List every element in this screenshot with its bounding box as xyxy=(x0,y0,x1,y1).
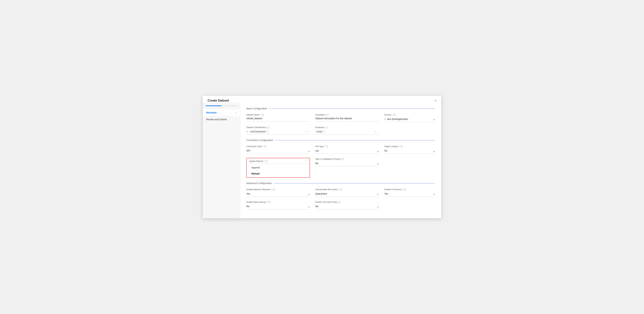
advanced-config-header: Advanced Configuration xyxy=(246,182,435,185)
progress-bar-fill xyxy=(206,105,222,106)
description-field: Description i Dataset description for th… xyxy=(315,114,379,122)
skip-lz-value: No xyxy=(315,162,318,165)
dataset-name-info-icon[interactable]: i xyxy=(262,114,264,116)
target-location-value: S3 xyxy=(384,149,387,152)
lifecycle-info-icon[interactable]: i xyxy=(338,201,340,203)
skip-lz-select[interactable]: No ⌄ xyxy=(315,161,379,166)
target-location-info-icon[interactable]: i xyxy=(400,145,403,148)
skip-lz-info-icon[interactable]: i xyxy=(342,158,344,160)
update-method-required: * xyxy=(264,160,264,162)
update-method-label: Update Method * i xyxy=(249,160,268,162)
connection-type-info-icon[interactable]: i xyxy=(264,145,266,148)
keywords-select[interactable]: reload × × ⌄ xyxy=(315,130,379,135)
target-location-field: Target Location * i S3 ⌄ xyxy=(384,145,435,154)
classification-chevron-icon[interactable]: ⌄ xyxy=(308,130,310,133)
connection-type-label: Connection Type * i xyxy=(246,145,310,148)
data-cleanup-chevron: ⌄ xyxy=(308,205,310,208)
domain-value: test (testingdomain) xyxy=(387,118,408,120)
basic-config-title: Basic Configuration xyxy=(246,107,267,110)
file-type-required: * xyxy=(324,145,325,148)
classification-reload-icon: ↻ xyxy=(246,130,248,133)
malware-required: * xyxy=(271,188,272,191)
update-method-options: Append Reload xyxy=(249,164,307,177)
classification-icons: × ⌄ xyxy=(305,130,310,133)
connection-type-value: API xyxy=(246,149,250,152)
connection-config-row2: Update Method * i ⌃ Append Reload xyxy=(246,158,435,178)
file-type-select[interactable]: csv ⌄ xyxy=(315,149,379,154)
unscannable-field: Unscannable files action * i Quarantine … xyxy=(315,188,379,197)
keywords-tag: reload × xyxy=(315,130,325,133)
basic-config-row2: Dataset Classification i ↻ testClassific… xyxy=(246,126,435,135)
connection-type-chevron: ⌄ xyxy=(308,149,310,152)
update-method-chevron-icon[interactable]: ⌃ xyxy=(305,160,307,163)
description-value[interactable]: Dataset description for this dataset xyxy=(315,117,379,121)
close-icon[interactable]: × xyxy=(434,99,436,102)
advanced-config-row2: Enable Data Cleanup * i No ⌄ Enable Life… xyxy=(246,201,435,209)
keywords-label: Keywords i xyxy=(315,126,379,129)
lifecycle-select[interactable]: No ⌄ xyxy=(315,204,379,209)
classification-tag-remove[interactable]: × xyxy=(266,131,268,133)
sidebar-item-metadata-label: Metadata xyxy=(206,111,216,114)
data-cleanup-field: Enable Data Cleanup * i No ⌄ xyxy=(246,201,310,209)
create-dataset-modal: Create Dataset × Metadata › Review and S… xyxy=(203,96,441,218)
progress-bar-bg xyxy=(206,105,237,106)
data-cleanup-label: Enable Data Cleanup * i xyxy=(246,201,310,203)
domain-select-inner: ↻ test (testingdomain) xyxy=(384,118,433,120)
target-location-select[interactable]: S3 ⌄ xyxy=(384,149,435,154)
skip-lz-chevron: ⌄ xyxy=(377,162,379,165)
classification-info-icon[interactable]: i xyxy=(267,126,269,129)
unscannable-select[interactable]: Quarantine ⌄ xyxy=(315,192,379,197)
malware-select[interactable]: Yes ⌄ xyxy=(246,192,310,197)
target-location-label: Target Location * i xyxy=(384,145,435,148)
lifecycle-label: Enable Life Cycle Policy i xyxy=(315,201,379,203)
keywords-chevron-icon[interactable]: ⌄ xyxy=(377,130,379,133)
ai-field: Enable AI Services * i Yes ⌄ xyxy=(384,188,435,197)
lifecycle-value: No xyxy=(315,205,318,208)
domain-select[interactable]: ↻ test (testingdomain) ⌄ xyxy=(384,117,435,122)
ai-required: * xyxy=(402,188,403,191)
classification-field: Dataset Classification i ↻ testClassific… xyxy=(246,126,310,135)
keywords-tag-remove[interactable]: × xyxy=(323,131,324,133)
unscannable-value: Quarantine xyxy=(315,192,327,195)
keywords-info-icon[interactable]: i xyxy=(325,126,328,129)
connection-type-field: Connection Type * i API ⌄ xyxy=(246,145,310,154)
advanced-config-row1: Enable Malware Detection * i Yes ⌄ Unsca… xyxy=(246,188,435,197)
sidebar: Metadata › Review and Submit › xyxy=(203,102,240,218)
data-cleanup-select[interactable]: No ⌄ xyxy=(246,204,310,209)
modal-title: Create Dataset xyxy=(208,99,229,102)
ai-label: Enable AI Services * i xyxy=(384,188,435,191)
file-type-info-icon[interactable]: i xyxy=(326,145,328,148)
ai-select[interactable]: Yes ⌄ xyxy=(384,192,435,197)
connection-config-header: Connection Configuration xyxy=(246,139,435,142)
target-location-required: * xyxy=(399,145,400,148)
classification-clear-icon[interactable]: × xyxy=(305,130,307,133)
sidebar-item-metadata[interactable]: Metadata › xyxy=(203,109,240,116)
connection-type-select[interactable]: API ⌄ xyxy=(246,149,310,154)
basic-config-row1: Dataset Name * i reload_dataset Descript… xyxy=(246,114,435,122)
connection-type-required: * xyxy=(262,145,263,148)
description-info-icon[interactable]: i xyxy=(326,114,329,116)
classification-tag: testClassification × xyxy=(249,130,269,133)
domain-info-icon[interactable]: i xyxy=(394,114,396,116)
dataset-name-required: * xyxy=(260,114,261,116)
classification-select[interactable]: ↻ testClassification × × ⌄ xyxy=(246,130,310,135)
keywords-clear-icon[interactable]: × xyxy=(374,130,376,133)
classification-inner: ↻ testClassification × xyxy=(246,130,305,133)
malware-value: Yes xyxy=(246,192,250,195)
malware-info-icon[interactable]: i xyxy=(272,188,275,191)
dataset-name-value[interactable]: reload_dataset xyxy=(246,117,310,121)
unscannable-info-icon[interactable]: i xyxy=(340,188,342,191)
data-cleanup-required: * xyxy=(266,201,267,203)
file-type-chevron: ⌄ xyxy=(377,149,379,152)
modal-body: Metadata › Review and Submit › Basic Con… xyxy=(203,102,441,218)
lifecycle-field: Enable Life Cycle Policy i No ⌄ xyxy=(315,201,379,209)
sidebar-item-review[interactable]: Review and Submit › xyxy=(203,116,240,123)
update-method-info-icon[interactable]: i xyxy=(265,160,268,162)
update-method-option-append[interactable]: Append xyxy=(249,164,307,171)
update-method-dropdown: Update Method * i ⌃ Append Reload xyxy=(246,158,310,178)
keywords-field: Keywords i reload × × ⌄ xyxy=(315,126,379,135)
update-method-option-reload[interactable]: Reload xyxy=(249,171,307,177)
connection-config-title: Connection Configuration xyxy=(246,139,273,142)
data-cleanup-info-icon[interactable]: i xyxy=(268,201,270,203)
ai-info-icon[interactable]: i xyxy=(404,188,406,191)
